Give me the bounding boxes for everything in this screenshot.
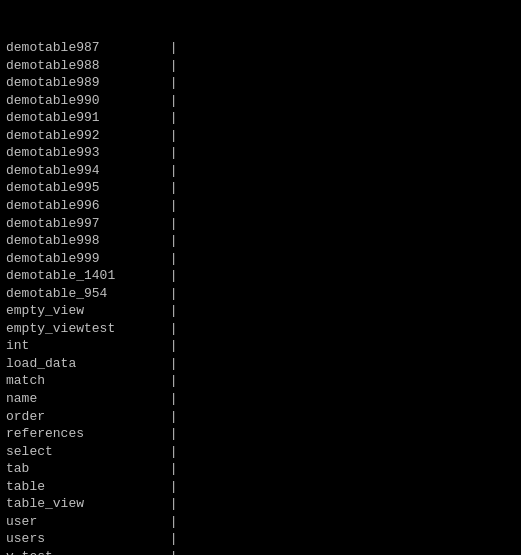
table-row: demotable990 | bbox=[6, 92, 515, 110]
table-row: demotable993 | bbox=[6, 144, 515, 162]
table-row: v_test | bbox=[6, 548, 515, 555]
table-row: demotable988 | bbox=[6, 57, 515, 75]
table-row: demotable999 | bbox=[6, 250, 515, 268]
terminal-output: demotable987 |demotable988 |demotable989… bbox=[6, 4, 515, 555]
table-row: table_view | bbox=[6, 495, 515, 513]
table-row: references | bbox=[6, 425, 515, 443]
table-row: int | bbox=[6, 337, 515, 355]
table-row: name | bbox=[6, 390, 515, 408]
table-row: demotable989 | bbox=[6, 74, 515, 92]
table-row: demotable991 | bbox=[6, 109, 515, 127]
table-row: demotable987 | bbox=[6, 39, 515, 57]
table-row: empty_view | bbox=[6, 302, 515, 320]
table-row: empty_viewtest | bbox=[6, 320, 515, 338]
table-row: demotable992 | bbox=[6, 127, 515, 145]
table-row: table | bbox=[6, 478, 515, 496]
table-row: match | bbox=[6, 372, 515, 390]
table-row: order | bbox=[6, 408, 515, 426]
table-row: demotable994 | bbox=[6, 162, 515, 180]
table-row: tab | bbox=[6, 460, 515, 478]
table-row: demotable998 | bbox=[6, 232, 515, 250]
table-row: demotable_1401 | bbox=[6, 267, 515, 285]
table-row: load_data | bbox=[6, 355, 515, 373]
table-row: users | bbox=[6, 530, 515, 548]
table-row: demotable997 | bbox=[6, 215, 515, 233]
table-row: demotable996 | bbox=[6, 197, 515, 215]
table-row: user | bbox=[6, 513, 515, 531]
table-row: demotable995 | bbox=[6, 179, 515, 197]
table-row: demotable_954 | bbox=[6, 285, 515, 303]
table-row: select | bbox=[6, 443, 515, 461]
